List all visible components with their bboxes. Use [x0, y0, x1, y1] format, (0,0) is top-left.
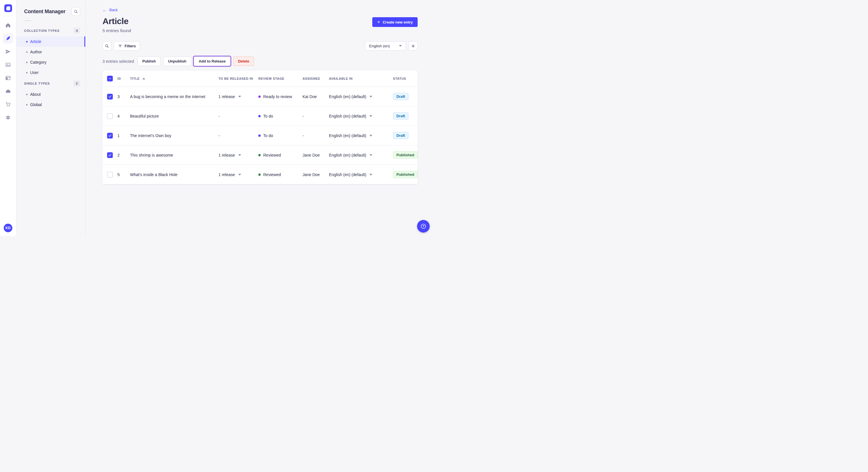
row-released-value: 1 release: [218, 153, 235, 158]
table-row: 5 What's inside a Black Hole 1 release R…: [102, 165, 417, 184]
row-title[interactable]: What's inside a Black Hole: [130, 172, 218, 177]
bullet-icon: [26, 62, 28, 63]
column-header-assignee[interactable]: ASSIGNEE: [303, 77, 329, 80]
column-header-id[interactable]: ID: [117, 77, 130, 80]
status-badge: Draft: [393, 132, 408, 139]
row-review-stage: Reviewed: [263, 153, 281, 158]
nav-settings-button[interactable]: [3, 112, 13, 123]
sidebar-title: Content Manager: [24, 9, 65, 14]
row-review-stage-cell: To do: [258, 114, 303, 119]
unpublish-button[interactable]: Unpublish: [163, 57, 191, 66]
nav-releases-button[interactable]: [3, 46, 13, 57]
back-arrow-icon: ←: [102, 8, 107, 12]
column-header-available-in[interactable]: AVAILABLE IN: [329, 77, 393, 80]
locale-chevron-down-icon[interactable]: [369, 96, 372, 98]
add-to-release-button[interactable]: Add to Release: [194, 57, 230, 66]
sidebar-item-article[interactable]: Article: [17, 36, 85, 47]
sidebar-item-author[interactable]: Author: [17, 47, 85, 57]
media-library-icon: [5, 62, 11, 68]
bullet-icon: [26, 41, 28, 42]
row-assignee: Jane Doe: [303, 172, 329, 177]
row-review-stage-cell: Ready to review: [258, 94, 303, 99]
locale-select[interactable]: English (en): [365, 41, 406, 50]
bullet-icon: [26, 51, 28, 53]
sidebar-item-about[interactable]: About: [17, 89, 85, 100]
row-checkbox[interactable]: [107, 94, 113, 100]
sidebar-search-button[interactable]: [71, 7, 80, 16]
row-assignee: Kai Doe: [303, 94, 329, 99]
status-badge: Published: [393, 151, 417, 159]
deploy-cloud-icon: [5, 88, 11, 94]
bullet-icon: [26, 94, 28, 95]
review-stage-dot: [258, 154, 260, 156]
nav-marketplace-button[interactable]: [3, 99, 13, 109]
row-released-cell[interactable]: 1 release: [218, 94, 258, 99]
column-header-released[interactable]: TO BE RELEASED IN: [218, 77, 258, 80]
row-title[interactable]: This shrimp is awesome: [130, 153, 218, 158]
select-all-checkbox[interactable]: [107, 76, 113, 81]
row-assignee: -: [303, 133, 329, 138]
row-title[interactable]: A bug is becoming a meme on the internet: [130, 94, 218, 99]
row-title[interactable]: The internet's Own boy: [130, 133, 218, 138]
row-released-cell[interactable]: 1 release: [218, 172, 258, 177]
view-settings-button[interactable]: [408, 41, 417, 50]
row-assignee: Jane Doe: [303, 153, 329, 158]
column-header-title[interactable]: TITLE: [130, 77, 218, 80]
sort-asc-icon: [143, 78, 145, 79]
row-checkbox[interactable]: [107, 133, 113, 138]
back-link[interactable]: ← Back: [102, 8, 118, 12]
locale-chevron-down-icon[interactable]: [369, 174, 372, 175]
row-locale: English (en) (default): [329, 94, 366, 99]
release-chevron-down-icon[interactable]: [238, 96, 241, 98]
row-locale-cell[interactable]: English (en) (default): [329, 114, 393, 119]
row-released-cell[interactable]: 1 release: [218, 153, 258, 158]
locale-selected-value: English (en): [369, 44, 390, 48]
strapi-logo[interactable]: [4, 4, 12, 12]
review-stage-dot: [258, 96, 260, 98]
column-header-review-stage[interactable]: REVIEW STAGE: [258, 77, 303, 80]
row-id: 5: [117, 172, 130, 177]
row-review-stage-cell: Reviewed: [258, 153, 303, 158]
review-stage-dot: [258, 173, 260, 176]
row-title[interactable]: Beautiful picture: [130, 114, 218, 119]
row-locale-cell[interactable]: English (en) (default): [329, 153, 393, 158]
row-released-value: -: [218, 133, 220, 138]
row-locale-cell[interactable]: English (en) (default): [329, 133, 393, 138]
create-new-entry-button[interactable]: + Create new entry: [372, 17, 417, 27]
nav-content-type-builder-button[interactable]: [3, 73, 13, 83]
sidebar-item-user[interactable]: User: [17, 67, 85, 78]
nav-media-library-button[interactable]: [3, 60, 13, 70]
list-search-button[interactable]: [102, 42, 112, 50]
section-label: SINGLE TYPES: [24, 82, 50, 85]
filter-icon: [118, 44, 122, 48]
filters-button[interactable]: Filters: [114, 41, 140, 50]
row-released-cell[interactable]: -: [218, 114, 258, 119]
locale-chevron-down-icon[interactable]: [369, 115, 372, 117]
create-new-entry-label: Create new entry: [383, 20, 413, 24]
release-chevron-down-icon[interactable]: [238, 174, 241, 175]
review-stage-dot: [258, 134, 260, 137]
row-released-cell[interactable]: -: [218, 133, 258, 138]
search-icon: [105, 44, 109, 48]
delete-button[interactable]: Delete: [233, 57, 254, 66]
row-assignee: -: [303, 114, 329, 119]
locale-chevron-down-icon[interactable]: [369, 135, 372, 136]
row-locale-cell[interactable]: English (en) (default): [329, 94, 393, 99]
row-checkbox[interactable]: [107, 152, 113, 158]
sidebar-item-global[interactable]: Global: [17, 100, 85, 110]
nav-home-button[interactable]: [3, 20, 13, 30]
nav-deploy-button[interactable]: [3, 86, 13, 96]
help-button[interactable]: ?: [417, 220, 430, 233]
row-checkbox[interactable]: [107, 172, 113, 177]
selection-count-text: 3 entries selected: [102, 59, 134, 64]
locale-chevron-down-icon[interactable]: [369, 154, 372, 156]
row-id: 2: [117, 153, 130, 158]
release-chevron-down-icon[interactable]: [238, 154, 241, 156]
row-locale-cell[interactable]: English (en) (default): [329, 172, 393, 177]
user-avatar[interactable]: KD: [4, 224, 12, 232]
nav-content-manager-button[interactable]: [3, 33, 13, 43]
sidebar-item-category[interactable]: Category: [17, 57, 85, 67]
column-header-status[interactable]: STATUS: [393, 77, 417, 80]
publish-button[interactable]: Publish: [137, 57, 161, 66]
row-checkbox[interactable]: [107, 113, 113, 119]
